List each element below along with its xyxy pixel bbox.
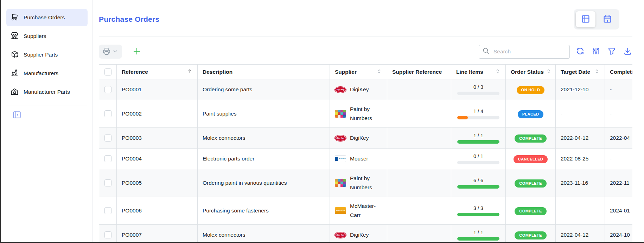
reference-cell: PO0007: [117, 225, 198, 243]
column-header-label: Supplier: [335, 69, 357, 75]
completion-date-cell: 2022-04: [605, 128, 633, 149]
pbn-logo: [335, 179, 346, 187]
description-cell: Ordering paint in various quantities: [198, 169, 330, 197]
download-icon: [623, 47, 632, 57]
main-content: Purchase Orders: [93, 0, 644, 242]
download-button[interactable]: [623, 47, 632, 57]
order-status-cell: ON HOLD: [506, 79, 556, 100]
calendar-view-button[interactable]: [598, 11, 617, 27]
select-all-header-cell: [99, 65, 117, 79]
column-header-order-status[interactable]: Order Status: [506, 65, 556, 79]
status-badge: ON HOLD: [517, 86, 545, 94]
table-row-po0005[interactable]: PO0005Ordering paint in various quantiti…: [99, 169, 633, 197]
print-actions-button[interactable]: [99, 45, 122, 59]
order-status-cell: COMPLETE: [506, 225, 556, 243]
sidebar-item-label: Purchase Orders: [24, 14, 65, 21]
supplier-cell: Paint by Numbers: [330, 169, 387, 197]
sidebar-item-purchase-orders[interactable]: Purchase Orders: [6, 9, 88, 26]
column-header-description[interactable]: Description: [198, 65, 330, 79]
completion-date-cell: -: [605, 149, 633, 169]
table-row-po0006[interactable]: PO0006Purchasing some fastenersMcMASTERM…: [99, 197, 633, 225]
supplier-cell: Paint by Numbers: [330, 100, 387, 128]
purchase-orders-table-wrap: ReferenceDescriptionSupplierSupplier Ref…: [99, 64, 632, 243]
add-purchase-order-button[interactable]: [130, 46, 144, 58]
table-view-button[interactable]: [576, 11, 595, 27]
search-input[interactable]: [493, 48, 566, 55]
target-date-cell: -: [556, 197, 605, 225]
search-box: [479, 45, 570, 59]
row-checkbox[interactable]: [104, 155, 111, 162]
description-cell: Paint supplies: [198, 100, 330, 128]
supplier-reference-cell: [387, 225, 451, 243]
row-select-cell: [99, 149, 117, 169]
row-checkbox[interactable]: [104, 231, 111, 238]
sidebar-item-label: Manufacturer Parts: [24, 89, 70, 95]
column-header-label: Completion Date: [610, 69, 632, 75]
status-badge: COMPLETE: [515, 231, 546, 239]
column-header-label: Reference: [122, 69, 148, 75]
sidebar-item-label: Suppliers: [24, 33, 46, 39]
table-columns-button[interactable]: [592, 47, 600, 57]
adjustments-icon: [592, 47, 600, 57]
sidebar-item-supplier-parts[interactable]: Supplier Parts: [6, 46, 88, 64]
row-checkbox[interactable]: [104, 110, 111, 117]
row-checkbox[interactable]: [104, 207, 111, 214]
supplier-cell: Digi-KeyDigiKey: [330, 225, 387, 243]
supplier-name: DigiKey: [350, 133, 369, 143]
status-badge: COMPLETE: [515, 179, 546, 188]
column-header-line-items[interactable]: Line Items: [451, 65, 506, 79]
order-status-cell: COMPLETE: [506, 197, 556, 225]
column-header-supplier[interactable]: Supplier: [330, 65, 387, 79]
select-all-checkbox[interactable]: [104, 68, 111, 75]
column-header-reference[interactable]: Reference: [117, 65, 198, 79]
sidebar: Purchase Orders Suppliers Supplier Parts…: [1, 0, 93, 242]
line-items-count: 1 / 1: [473, 229, 483, 236]
sidebar-item-suppliers[interactable]: Suppliers: [6, 27, 88, 45]
filter-icon: [607, 47, 616, 57]
order-status-cell: CANCELLED: [506, 149, 556, 169]
page-title: Purchase Orders: [99, 15, 159, 24]
line-items-count: 0 / 1: [473, 153, 483, 159]
sidebar-item-manufacturers[interactable]: Manufacturers: [6, 65, 88, 82]
row-checkbox[interactable]: [104, 134, 111, 142]
purchase-orders-table: ReferenceDescriptionSupplierSupplier Ref…: [99, 64, 632, 243]
description-cell: Molex connectors: [198, 225, 330, 243]
target-date-cell: 2023-11-16: [556, 169, 605, 197]
column-header-supplier-reference[interactable]: Supplier Reference: [387, 65, 451, 79]
row-select-cell: [99, 225, 117, 243]
building-lock-icon: [11, 87, 19, 97]
row-checkbox[interactable]: [104, 179, 111, 186]
table-toolbar: [99, 45, 632, 59]
table-row-po0007[interactable]: PO0007Molex connectorsDigi-KeyDigiKey1 /…: [99, 225, 633, 243]
reference-cell: PO0002: [117, 100, 198, 128]
toolbar-actions: [576, 47, 632, 57]
completion-date-cell: 2024-10: [605, 225, 633, 243]
line-items-progress-bar: [457, 116, 499, 119]
refresh-button[interactable]: [576, 47, 585, 57]
row-select-cell: [99, 169, 117, 197]
filter-button[interactable]: [607, 47, 616, 57]
view-toggle: [574, 9, 619, 29]
table-row-po0001[interactable]: PO0001Ordering some partsDigi-KeyDigiKey…: [99, 79, 633, 100]
line-items-cell: 0 / 1: [451, 149, 506, 169]
sort-toggle-icon: [546, 68, 551, 75]
row-checkbox[interactable]: [104, 86, 111, 93]
order-status-cell: COMPLETE: [506, 128, 556, 149]
column-header-target-date[interactable]: Target Date: [556, 65, 605, 79]
line-items-cell: 0 / 3: [451, 79, 506, 100]
sidebar-item-label: Manufacturers: [24, 70, 58, 77]
target-date-cell: 2022-08-25: [556, 149, 605, 169]
line-items-count: 3 / 3: [473, 205, 483, 211]
table-row-po0004[interactable]: PO0004Electronic parts orderMOUSERMouser…: [99, 149, 633, 169]
sidebar-collapse-button[interactable]: [12, 110, 22, 120]
header-divider: [99, 37, 632, 37]
supplier-name: Mouser: [350, 154, 368, 163]
row-select-cell: [99, 197, 117, 225]
table-row-po0003[interactable]: PO0003Molex connectorsDigi-KeyDigiKey1 /…: [99, 128, 633, 149]
supplier-name: DigiKey: [350, 230, 369, 239]
table-row-po0002[interactable]: PO0002Paint suppliesPaint by Numbers1 / …: [99, 100, 633, 128]
column-header-completion-date[interactable]: Completion Date: [605, 65, 633, 79]
sidebar-item-manufacturer-parts[interactable]: Manufacturer Parts: [6, 83, 88, 101]
line-items-progress-bar: [457, 92, 499, 95]
description-cell: Electronic parts order: [198, 149, 330, 169]
